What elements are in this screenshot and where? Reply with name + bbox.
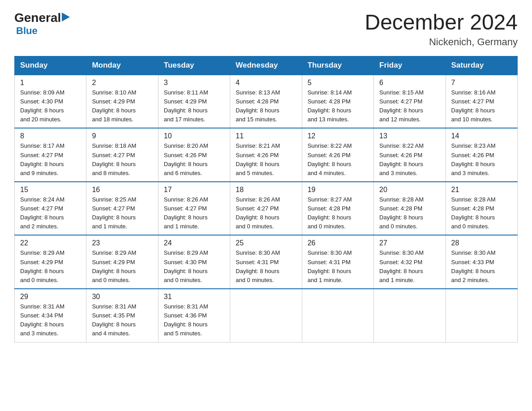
day-number: 10 bbox=[164, 132, 225, 140]
day-number: 12 bbox=[308, 132, 369, 140]
day-number: 22 bbox=[20, 239, 82, 247]
day-number: 28 bbox=[451, 239, 513, 247]
day-info: Sunrise: 8:11 AMSunset: 4:29 PMDaylight:… bbox=[164, 88, 225, 124]
calendar-day-cell: 5Sunrise: 8:14 AMSunset: 4:28 PMDaylight… bbox=[302, 75, 373, 128]
calendar-week-row: 15Sunrise: 8:24 AMSunset: 4:27 PMDayligh… bbox=[15, 182, 518, 235]
day-number: 21 bbox=[451, 186, 513, 194]
calendar-header-row: SundayMondayTuesdayWednesdayThursdayFrid… bbox=[15, 56, 518, 75]
calendar-day-cell: 3Sunrise: 8:11 AMSunset: 4:29 PMDaylight… bbox=[158, 75, 230, 128]
logo-triangle-icon bbox=[62, 13, 70, 23]
header-day-tuesday: Tuesday bbox=[158, 56, 230, 75]
calendar-day-cell: 28Sunrise: 8:30 AMSunset: 4:33 PMDayligh… bbox=[446, 235, 517, 289]
header-day-saturday: Saturday bbox=[446, 56, 517, 75]
day-info: Sunrise: 8:31 AMSunset: 4:34 PMDaylight:… bbox=[20, 302, 82, 338]
day-number: 9 bbox=[92, 132, 153, 140]
empty-cell bbox=[302, 289, 373, 342]
logo: General Blue bbox=[14, 11, 70, 37]
day-info: Sunrise: 8:30 AMSunset: 4:32 PMDaylight:… bbox=[379, 248, 441, 285]
header-day-sunday: Sunday bbox=[15, 56, 86, 75]
day-number: 5 bbox=[308, 79, 369, 87]
day-number: 11 bbox=[236, 132, 297, 140]
day-number: 6 bbox=[379, 79, 441, 87]
day-info: Sunrise: 8:18 AMSunset: 4:27 PMDaylight:… bbox=[92, 141, 153, 178]
day-number: 27 bbox=[379, 239, 441, 247]
day-info: Sunrise: 8:10 AMSunset: 4:29 PMDaylight:… bbox=[92, 88, 153, 124]
day-info: Sunrise: 8:31 AMSunset: 4:35 PMDaylight:… bbox=[92, 302, 153, 338]
calendar-day-cell: 17Sunrise: 8:26 AMSunset: 4:27 PMDayligh… bbox=[158, 182, 230, 235]
day-info: Sunrise: 8:16 AMSunset: 4:27 PMDaylight:… bbox=[451, 88, 513, 124]
day-info: Sunrise: 8:27 AMSunset: 4:28 PMDaylight:… bbox=[308, 195, 369, 231]
page-header: General Blue December 2024 Nickenich, Ge… bbox=[14, 11, 518, 48]
day-info: Sunrise: 8:26 AMSunset: 4:27 PMDaylight:… bbox=[236, 195, 297, 231]
empty-cell bbox=[446, 289, 517, 342]
calendar-day-cell: 1Sunrise: 8:09 AMSunset: 4:30 PMDaylight… bbox=[15, 75, 86, 128]
day-number: 30 bbox=[92, 293, 153, 301]
header-day-wednesday: Wednesday bbox=[230, 56, 302, 75]
calendar-day-cell: 14Sunrise: 8:23 AMSunset: 4:26 PMDayligh… bbox=[446, 128, 517, 182]
day-number: 14 bbox=[451, 132, 513, 140]
day-number: 29 bbox=[20, 293, 82, 301]
calendar-week-row: 29Sunrise: 8:31 AMSunset: 4:34 PMDayligh… bbox=[15, 289, 518, 342]
title-block: December 2024 Nickenich, Germany bbox=[365, 11, 518, 48]
day-info: Sunrise: 8:25 AMSunset: 4:27 PMDaylight:… bbox=[92, 195, 153, 231]
day-number: 2 bbox=[92, 79, 153, 87]
day-info: Sunrise: 8:17 AMSunset: 4:27 PMDaylight:… bbox=[20, 141, 82, 178]
calendar-day-cell: 24Sunrise: 8:29 AMSunset: 4:30 PMDayligh… bbox=[158, 235, 230, 289]
day-number: 24 bbox=[164, 239, 225, 247]
day-number: 17 bbox=[164, 186, 225, 194]
calendar-day-cell: 7Sunrise: 8:16 AMSunset: 4:27 PMDaylight… bbox=[446, 75, 517, 128]
day-info: Sunrise: 8:26 AMSunset: 4:27 PMDaylight:… bbox=[164, 195, 225, 231]
calendar-day-cell: 6Sunrise: 8:15 AMSunset: 4:27 PMDaylight… bbox=[374, 75, 446, 128]
calendar-day-cell: 26Sunrise: 8:30 AMSunset: 4:31 PMDayligh… bbox=[302, 235, 373, 289]
day-info: Sunrise: 8:22 AMSunset: 4:26 PMDaylight:… bbox=[379, 141, 441, 178]
calendar-day-cell: 8Sunrise: 8:17 AMSunset: 4:27 PMDaylight… bbox=[15, 128, 86, 182]
calendar-table: SundayMondayTuesdayWednesdayThursdayFrid… bbox=[14, 56, 518, 342]
day-number: 3 bbox=[164, 79, 225, 87]
calendar-day-cell: 31Sunrise: 8:31 AMSunset: 4:36 PMDayligh… bbox=[158, 289, 230, 342]
calendar-week-row: 1Sunrise: 8:09 AMSunset: 4:30 PMDaylight… bbox=[15, 75, 518, 128]
day-number: 18 bbox=[236, 186, 297, 194]
day-number: 25 bbox=[236, 239, 297, 247]
day-number: 31 bbox=[164, 293, 225, 301]
calendar-day-cell: 21Sunrise: 8:28 AMSunset: 4:28 PMDayligh… bbox=[446, 182, 517, 235]
calendar-day-cell: 10Sunrise: 8:20 AMSunset: 4:26 PMDayligh… bbox=[158, 128, 230, 182]
day-number: 7 bbox=[451, 79, 513, 87]
svg-marker-0 bbox=[62, 13, 70, 21]
day-info: Sunrise: 8:28 AMSunset: 4:28 PMDaylight:… bbox=[451, 195, 513, 231]
calendar-day-cell: 9Sunrise: 8:18 AMSunset: 4:27 PMDaylight… bbox=[86, 128, 158, 182]
calendar-day-cell: 18Sunrise: 8:26 AMSunset: 4:27 PMDayligh… bbox=[230, 182, 302, 235]
day-number: 1 bbox=[20, 79, 82, 87]
day-info: Sunrise: 8:24 AMSunset: 4:27 PMDaylight:… bbox=[20, 195, 82, 231]
day-info: Sunrise: 8:20 AMSunset: 4:26 PMDaylight:… bbox=[164, 141, 225, 178]
day-info: Sunrise: 8:31 AMSunset: 4:36 PMDaylight:… bbox=[164, 302, 225, 338]
calendar-week-row: 22Sunrise: 8:29 AMSunset: 4:29 PMDayligh… bbox=[15, 235, 518, 289]
calendar-day-cell: 13Sunrise: 8:22 AMSunset: 4:26 PMDayligh… bbox=[374, 128, 446, 182]
logo-general-text: General bbox=[14, 11, 61, 25]
day-number: 16 bbox=[92, 186, 153, 194]
day-number: 4 bbox=[236, 79, 297, 87]
calendar-day-cell: 15Sunrise: 8:24 AMSunset: 4:27 PMDayligh… bbox=[15, 182, 86, 235]
calendar-day-cell: 20Sunrise: 8:28 AMSunset: 4:28 PMDayligh… bbox=[374, 182, 446, 235]
day-number: 13 bbox=[379, 132, 441, 140]
calendar-day-cell: 2Sunrise: 8:10 AMSunset: 4:29 PMDaylight… bbox=[86, 75, 158, 128]
calendar-day-cell: 16Sunrise: 8:25 AMSunset: 4:27 PMDayligh… bbox=[86, 182, 158, 235]
day-info: Sunrise: 8:29 AMSunset: 4:29 PMDaylight:… bbox=[20, 248, 82, 285]
day-info: Sunrise: 8:13 AMSunset: 4:28 PMDaylight:… bbox=[236, 88, 297, 124]
logo-blue-text: Blue bbox=[16, 25, 38, 36]
day-number: 20 bbox=[379, 186, 441, 194]
day-info: Sunrise: 8:09 AMSunset: 4:30 PMDaylight:… bbox=[20, 88, 82, 124]
day-info: Sunrise: 8:30 AMSunset: 4:33 PMDaylight:… bbox=[451, 248, 513, 285]
empty-cell bbox=[230, 289, 302, 342]
calendar-day-cell: 12Sunrise: 8:22 AMSunset: 4:26 PMDayligh… bbox=[302, 128, 373, 182]
day-info: Sunrise: 8:21 AMSunset: 4:26 PMDaylight:… bbox=[236, 141, 297, 178]
day-number: 26 bbox=[308, 239, 369, 247]
calendar-day-cell: 4Sunrise: 8:13 AMSunset: 4:28 PMDaylight… bbox=[230, 75, 302, 128]
calendar-week-row: 8Sunrise: 8:17 AMSunset: 4:27 PMDaylight… bbox=[15, 128, 518, 182]
calendar-day-cell: 11Sunrise: 8:21 AMSunset: 4:26 PMDayligh… bbox=[230, 128, 302, 182]
calendar-title: December 2024 bbox=[365, 11, 518, 34]
day-number: 15 bbox=[20, 186, 82, 194]
day-info: Sunrise: 8:14 AMSunset: 4:28 PMDaylight:… bbox=[308, 88, 369, 124]
day-info: Sunrise: 8:29 AMSunset: 4:29 PMDaylight:… bbox=[92, 248, 153, 285]
day-info: Sunrise: 8:15 AMSunset: 4:27 PMDaylight:… bbox=[379, 88, 441, 124]
header-day-monday: Monday bbox=[86, 56, 158, 75]
